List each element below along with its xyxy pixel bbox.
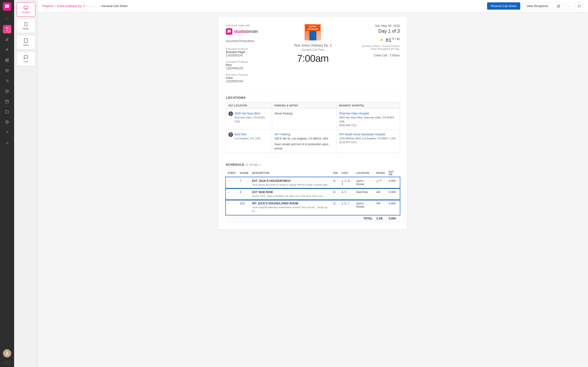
- svg-rect-6: [6, 60, 7, 62]
- producer-role-1: Executive Producer: [226, 60, 284, 63]
- layers-icon[interactable]: [3, 66, 11, 75]
- col-description: DESCRIPTION: [250, 169, 331, 177]
- comments-button[interactable]: [575, 2, 583, 10]
- parking-link-2[interactable]: SP+ Parking: [275, 133, 290, 136]
- scroll-area[interactable]: Call sheet made with studiobinder Scound…: [38, 12, 588, 367]
- crew-call-label: Crew Call:: [374, 54, 388, 57]
- main-content: Projects › Extra Ordinary Ep. 2 › ... › …: [38, 0, 588, 367]
- app-logo[interactable]: [3, 2, 11, 11]
- topbar: Projects › Extra Ordinary Ep. 2 › ... › …: [38, 0, 588, 12]
- svg-rect-29: [24, 6, 28, 9]
- header-left: Call sheet made with studiobinder Scound…: [226, 24, 284, 86]
- pages-2: 5/8: [374, 200, 387, 215]
- col-dn: D/N: [331, 169, 340, 177]
- schedule-row-2: – 12A INT JACK'S HOUSE/LIVING ROOM Jack …: [226, 200, 400, 215]
- crew-call-row: Crew Call: 7:00am: [342, 54, 400, 57]
- producer-phone-1: 12025550130: [226, 67, 284, 70]
- col-set-location: SET LOCATION: [226, 102, 272, 109]
- hospital-link-2[interactable]: PIH Health Good Samaritan Hospital: [339, 133, 385, 136]
- breadcrumb-projects[interactable]: Projects: [42, 4, 53, 8]
- parking-addr-2: 208 E 6th St, Los Angeles, CA 90014, USA: [275, 136, 334, 141]
- svg-rect-7: [7, 60, 9, 62]
- company-name: Scoundrel Productions: [226, 40, 284, 43]
- scene-0: 7: [238, 177, 250, 188]
- chart-icon[interactable]: [3, 139, 11, 147]
- producer-phone-0: 12025550142: [226, 54, 284, 57]
- back-arrow-icon[interactable]: ←: [3, 15, 11, 23]
- producer-name-0: Brandon Night: [226, 50, 284, 54]
- mobile-view-btn[interactable]: Mobile: [17, 19, 35, 33]
- project-thumbnail[interactable]: EO2: [3, 25, 11, 33]
- weather-icon: ☀: [379, 37, 384, 43]
- breadcrumb: Projects › Extra Ordinary Ep. 2 › ... › …: [42, 4, 128, 8]
- logo-studio-text: studiobinder: [234, 29, 258, 34]
- producer-phone-2: 12025550194: [226, 80, 284, 83]
- total-label: TOTAL: [226, 215, 374, 222]
- col-pages: PAGES: [374, 169, 387, 177]
- producer-role-0: Executive Producer: [226, 48, 284, 50]
- person-icon[interactable]: [3, 46, 11, 54]
- more-options-button[interactable]: ···: [565, 2, 573, 10]
- filter-icon[interactable]: [3, 128, 11, 137]
- breadcrumb-sep3: ›: [93, 4, 94, 8]
- folder-icon[interactable]: [3, 108, 11, 116]
- cast-1: 4, 5: [340, 188, 354, 200]
- desc-0: EXT JACK'S HOUSE/PORCH Jack opens the do…: [250, 177, 331, 188]
- parking-notes-1: Street Parking: [272, 109, 337, 130]
- desc-title-2: INT JACK'S HOUSE/LIVING ROOM: [252, 202, 329, 205]
- desc-1: EXT SKID ROW Jack's POV. Jack is terrifi…: [250, 188, 331, 200]
- breadcrumb-sep4: ›: [99, 4, 100, 8]
- call-time: 7:00am: [284, 53, 342, 64]
- board-icon[interactable]: [3, 56, 11, 64]
- view-recipients-button[interactable]: View Recipients: [523, 2, 552, 10]
- resend-call-sheet-button[interactable]: Resend Call Sheet: [487, 2, 520, 10]
- start-0: –: [226, 177, 238, 188]
- day-info: Day 1 of 3: [342, 28, 400, 34]
- edit-icon-button[interactable]: [555, 2, 562, 10]
- svg-point-21: [7, 121, 8, 122]
- list-icon[interactable]: [3, 77, 11, 85]
- film-icon[interactable]: [3, 87, 11, 95]
- col-est: EST (H): [387, 169, 400, 177]
- dn-1: D: [331, 188, 340, 200]
- location-row-2: 2 Skid Row Los Angeles, CA, USA SP+ Park…: [226, 130, 400, 153]
- left-sidebar: ← EO2 Made By Leanometry: [0, 0, 14, 367]
- desc-title-0: EXT JACK'S HOUSE/PORCH: [252, 179, 329, 183]
- breadcrumb-sep2: ›: [86, 4, 87, 8]
- location-link-2[interactable]: Skid Row: [234, 133, 246, 136]
- location-link-1[interactable]: 4520 Van Nuys Blvd: [234, 112, 260, 115]
- start-1: –: [226, 188, 238, 200]
- svg-rect-17: [6, 100, 9, 103]
- tablet-view-btn[interactable]: Tablet: [17, 35, 35, 49]
- breadcrumb-project[interactable]: Extra Ordinary Ep. 2: [57, 4, 85, 8]
- location-addr-1: Sherman Oaks, CA 91403, USA: [234, 116, 269, 123]
- total-est: 0.00h: [387, 215, 400, 222]
- made-with-label: Call sheet made with: [226, 24, 284, 27]
- studiobinder-logo: studiobinder: [226, 28, 284, 35]
- cast-0: 1, 2, 6, 3: [340, 177, 354, 188]
- header-center: EXTRAORDINARY Test, Extra Ordinary Ep. 2…: [284, 24, 342, 86]
- est-1: 0.00h: [387, 188, 400, 200]
- desc-title-1: EXT SKID ROW: [252, 191, 329, 194]
- user-avatar[interactable]: [3, 349, 11, 358]
- producer-name-1: Rick: [226, 63, 284, 67]
- chat-btn[interactable]: Chat: [17, 52, 35, 66]
- pen-tool-icon[interactable]: [3, 35, 11, 44]
- col-parking-notes: PARKING & NOTES: [272, 102, 337, 109]
- weather-sunrise: Sunrise 5:45am • Sunset 8:01pm: [342, 45, 400, 48]
- hospital-addr-2: 1225 Wilshire Blvd, Los Angeles, CA 9001…: [339, 136, 397, 144]
- hospital-link-1[interactable]: Sherman Oaks Hospital: [339, 112, 369, 115]
- location-row-1: 1 4520 Van Nuys Blvd Sherman Oaks, CA 91…: [226, 109, 400, 130]
- producer-item-2: Executive Producer Chris 12025550194: [226, 73, 284, 83]
- parking-note-2: Save receipt and turn in to production u…: [275, 142, 334, 150]
- schedule-title: SCHEDULE (2 2/8 pgs, ): [226, 163, 400, 166]
- calendar-icon[interactable]: [3, 97, 11, 106]
- call-sheet: Call sheet made with studiobinder Scound…: [219, 17, 407, 229]
- desktop-view-btn[interactable]: Desktop: [17, 2, 35, 17]
- schedule-divider: [226, 158, 400, 158]
- location-1: Skid Row: [354, 188, 374, 200]
- svg-point-28: [6, 351, 8, 354]
- pin-icon[interactable]: [3, 118, 11, 126]
- breadcrumb-ellipsis1: ...: [89, 4, 91, 8]
- total-pages: 2 2/8: [374, 215, 387, 222]
